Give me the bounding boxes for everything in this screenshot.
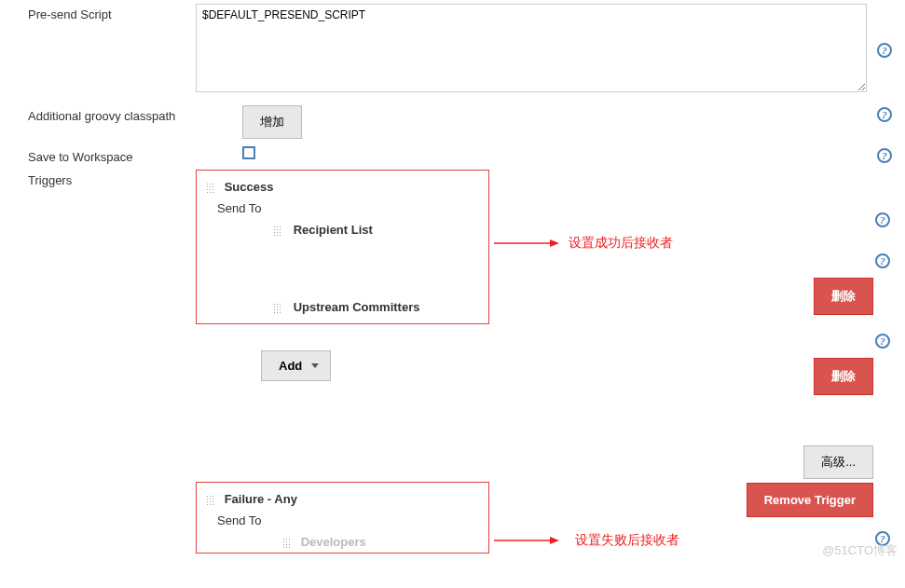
watermark-text: @51CTO博客 [822,542,898,559]
annotation-arrow-icon [494,534,559,547]
trigger-success-sendto: Send To [206,198,479,223]
upstream-committers-label: Upstream Committers [294,300,420,314]
trigger-failure-box: Failure - Any Send To Developers [196,482,489,554]
add-label: Add [279,359,302,373]
trigger-failure-sendto: Send To [206,510,479,535]
recipient-list-label: Recipient List [294,223,373,237]
svg-marker-1 [550,239,559,247]
delete-recipient-button[interactable]: 删除 [814,278,873,315]
trigger-success-box: Success Send To Recipient List Upstream … [196,170,489,324]
triggers-label: Triggers [28,170,196,187]
save-to-workspace-checkbox[interactable] [242,146,255,159]
annotation-failure-text: 设置失败后接收者 [575,532,679,549]
saveworkspace-label: Save to Workspace [28,146,242,164]
presend-script-textarea[interactable] [196,4,867,92]
drag-grip-icon[interactable] [273,226,282,237]
remove-trigger-button[interactable]: Remove Trigger [747,483,873,517]
help-icon[interactable]: ? [875,212,890,227]
drag-grip-icon[interactable] [273,303,282,314]
classpath-label: Additional groovy classpath [28,105,242,123]
trigger-success-title: Success [225,180,274,194]
trigger-failure-title: Failure - Any [225,492,297,506]
presend-label: Pre-send Script [28,4,196,21]
annotation-arrow-icon [494,237,559,250]
help-icon[interactable]: ? [875,334,890,349]
chevron-down-icon [311,363,319,368]
help-icon[interactable]: ? [877,148,892,163]
drag-grip-icon[interactable] [206,495,215,506]
annotation-success-text: 设置成功后接收者 [569,235,673,252]
help-icon[interactable]: ? [877,107,892,122]
add-trigger-button[interactable]: Add [261,350,331,381]
drag-grip-icon[interactable] [282,538,292,549]
delete-recipient-button[interactable]: 删除 [814,358,873,395]
svg-marker-3 [550,537,559,544]
drag-grip-icon[interactable] [206,183,215,194]
advanced-button[interactable]: 高级... [803,445,873,479]
help-icon[interactable]: ? [877,43,892,58]
developers-label: Developers [301,535,366,549]
help-icon[interactable]: ? [875,253,890,268]
add-classpath-button[interactable]: 增加 [242,105,302,139]
